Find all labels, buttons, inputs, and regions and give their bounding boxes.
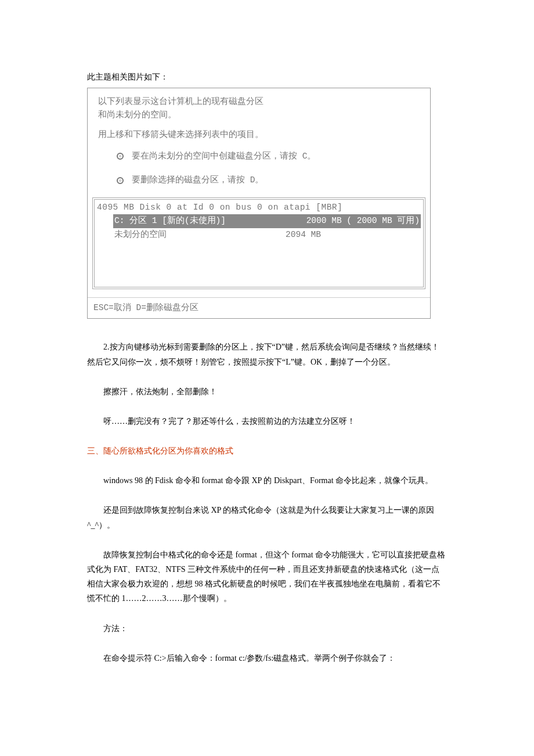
option-create-label: 要在尚未划分的空间中创建磁盘分区，请按 C。 xyxy=(132,150,316,163)
disk-list-box: 4095 MB Disk 0 at Id 0 on bus 0 on atapi… xyxy=(92,197,425,289)
paragraph-done: 呀……删完没有？完了？那还等什么，去按照前边的方法建立分区呀！ xyxy=(87,414,447,429)
setup-screenshot: 以下列表显示这台计算机上的现有磁盘分区 和尚未划分的空间。 用上移和下移箭头键来… xyxy=(87,88,431,319)
section-heading-format: 三、随心所欲格式化分区为你喜欢的格式 xyxy=(87,444,447,458)
image-caption: 此主题相关图片如下： xyxy=(87,70,447,84)
intro-line-2: 和尚未划分的空间。 xyxy=(98,109,420,122)
option-delete-label: 要删除选择的磁盘分区，请按 D。 xyxy=(132,174,264,187)
partition-free-size: 2094 MB xyxy=(286,228,420,242)
partition-free-label: 未划分的空间 xyxy=(114,228,167,242)
partition-free: 未划分的空间 2094 MB xyxy=(113,228,421,242)
partition-selected: C: 分区 1 [新的(未使用)] 2000 MB ( 2000 MB 可用) xyxy=(113,214,421,228)
paragraph-method-label: 方法： xyxy=(87,621,447,636)
page: 此主题相关图片如下： 以下列表显示这台计算机上的现有磁盘分区 和尚未划分的空间。… xyxy=(0,0,534,756)
option-create: 要在尚未划分的空间中创建磁盘分区，请按 C。 xyxy=(98,150,420,163)
paragraph-compare: windows 98 的 Fdisk 命令和 format 命令跟 XP 的 D… xyxy=(87,473,447,488)
bullet-icon xyxy=(117,177,124,184)
paragraph-console: 还是回到故障恢复控制台来说 XP 的格式化命令（这就是为什么我要让大家复习上一课… xyxy=(87,503,447,532)
paragraph-command-example: 在命令提示符 C:>后输入命令：format c:/参数/fs:磁盘格式。举两个… xyxy=(87,651,447,665)
partition-selected-size: 2000 MB ( 2000 MB 可用) xyxy=(306,214,420,228)
intro-line-1: 以下列表显示这台计算机上的现有磁盘分区 xyxy=(98,95,420,109)
bullet-icon xyxy=(117,153,124,160)
disk-header: 4095 MB Disk 0 at Id 0 on bus 0 on atapi… xyxy=(97,201,421,214)
paragraph-format-power: 故障恢复控制台中格式化的命令还是 format，但这个 format 命令功能强… xyxy=(87,548,447,606)
setup-footer: ESC=取消 D=删除磁盘分区 xyxy=(88,297,430,318)
paragraph-wipe: 擦擦汗，依法炮制，全部删除！ xyxy=(87,384,447,399)
paragraph-step2: 2.按方向键移动光标到需要删除的分区上，按下“D”键，然后系统会询问是否继续？当… xyxy=(87,340,447,369)
partition-selected-label: C: 分区 1 [新的(未使用)] xyxy=(114,214,226,228)
instruction: 用上移和下移箭头键来选择列表中的项目。 xyxy=(98,128,420,142)
option-delete: 要删除选择的磁盘分区，请按 D。 xyxy=(98,174,420,187)
